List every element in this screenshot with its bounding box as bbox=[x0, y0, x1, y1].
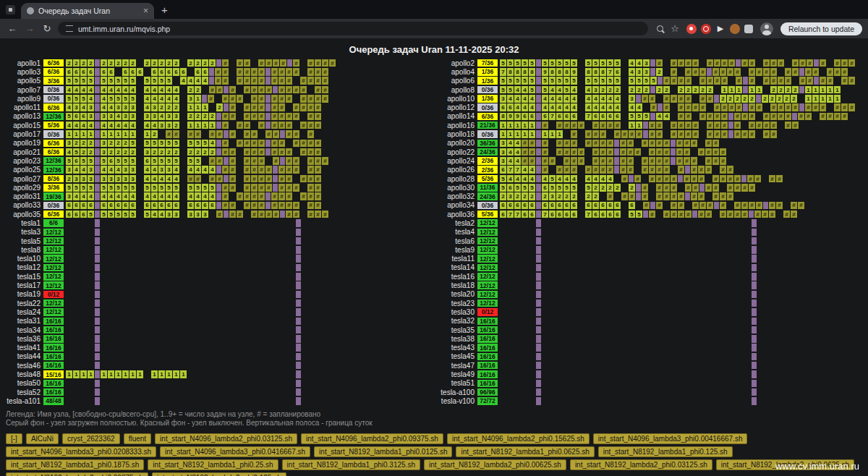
new-tab-button[interactable]: + bbox=[161, 4, 168, 16]
empty-slot bbox=[621, 103, 628, 111]
address-bar[interactable]: umt.imm.uran.ru/mqvis.php bbox=[58, 22, 648, 35]
empty-slot bbox=[195, 397, 201, 405]
extension-orange-icon[interactable] bbox=[730, 24, 740, 34]
empty-slot bbox=[289, 308, 295, 316]
job-button[interactable]: int_start_N4096_lambda2_phi0.09375.sh bbox=[301, 433, 443, 444]
planned-cell: # bbox=[692, 59, 699, 67]
empty-slot bbox=[202, 388, 208, 396]
empty-slot bbox=[202, 335, 208, 343]
jobs-count-cell: 6 bbox=[202, 68, 208, 76]
job-button[interactable]: int_start_N4096_lambda3_phi0.0208333.sh bbox=[6, 446, 156, 457]
node-load-badge: 12/12 bbox=[477, 237, 498, 245]
planned-cell: # bbox=[691, 192, 697, 200]
empty-slot bbox=[522, 388, 528, 396]
job-button[interactable]: int_start_N8192_lambda2_phi0.09375.sh bbox=[6, 472, 148, 476]
browser-tab[interactable]: Очередь задач Uran × bbox=[21, 3, 154, 19]
job-button[interactable]: cryst_2623362 bbox=[62, 433, 120, 444]
empty-slot bbox=[129, 219, 136, 227]
job-button[interactable]: int_start_N8192_lambda1_phi0.0625.sh bbox=[456, 446, 594, 457]
bookmark-star-icon[interactable]: ☆ bbox=[671, 24, 679, 33]
extensions-puzzle-icon[interactable] bbox=[744, 25, 753, 33]
empty-slot bbox=[643, 264, 650, 272]
jobs-count-cell: 3 bbox=[129, 113, 136, 121]
job-button[interactable]: int_start_N8192_lambda1_phi0.25.sh bbox=[148, 459, 278, 470]
day-boundary-cell bbox=[799, 86, 804, 94]
empty-slot bbox=[137, 344, 143, 352]
job-button[interactable]: int_start_N4096_lambda3_phi0.0416667.sh bbox=[160, 446, 310, 457]
empty-slot bbox=[507, 380, 514, 388]
extension-play-icon[interactable]: ▶ bbox=[715, 24, 726, 34]
search-icon[interactable] bbox=[657, 25, 663, 32]
tab-close-icon[interactable]: × bbox=[143, 6, 148, 16]
planned-cell: # bbox=[707, 59, 713, 67]
empty-slot bbox=[672, 362, 678, 370]
day-boundary-cell bbox=[296, 291, 301, 299]
node-load-badge: 5/36 bbox=[43, 122, 64, 129]
planned-cell: # bbox=[222, 68, 229, 76]
job-button[interactable]: int_start_N8192_lambda1_phi0.0125.sh bbox=[314, 446, 452, 457]
extension-record-icon[interactable] bbox=[686, 24, 697, 34]
empty-slot bbox=[730, 299, 736, 307]
jobs-count-cell: 4 bbox=[115, 113, 122, 121]
node-row: tesla4815/16111111111111111 bbox=[0, 370, 434, 378]
empty-slot bbox=[144, 353, 150, 361]
planned-cell: # bbox=[563, 166, 570, 174]
empty-slot bbox=[229, 122, 236, 129]
empty-slot bbox=[701, 299, 707, 307]
profile-avatar[interactable] bbox=[760, 22, 773, 35]
job-button[interactable]: int_start_N8192_lambda2_phi0.03125.sh bbox=[570, 459, 712, 470]
job-button[interactable]: int_start_N8192_lambda2_phi0.00625.sh bbox=[424, 459, 566, 470]
day-boundary-cell bbox=[636, 184, 641, 192]
job-button[interactable]: fluent bbox=[124, 433, 151, 444]
empty-slot bbox=[252, 344, 259, 352]
planned-cell: # bbox=[244, 122, 250, 129]
node-name: apollo35 bbox=[0, 211, 43, 218]
planned-cell: # bbox=[770, 113, 777, 121]
empty-slot bbox=[66, 229, 72, 237]
empty-slot bbox=[151, 299, 158, 307]
empty-slot bbox=[209, 211, 216, 218]
site-settings-icon[interactable] bbox=[66, 25, 73, 32]
empty-slot bbox=[563, 264, 570, 272]
job-button[interactable]: int_start_N4096_lambda2_phi0.03125.sh bbox=[155, 433, 297, 444]
job-button[interactable]: int_start_N8192_lambda2_phi0.125.sh bbox=[152, 472, 286, 476]
empty-slot bbox=[514, 397, 521, 405]
empty-slot bbox=[737, 291, 744, 299]
planned-cell: # bbox=[678, 192, 684, 200]
job-button[interactable]: int_start_N8192_lambda1_phi0.125.sh bbox=[598, 446, 733, 457]
empty-slot bbox=[607, 273, 613, 281]
jobs-count-cell: 2 bbox=[776, 95, 783, 103]
jobs-count-cell: 4 bbox=[151, 122, 158, 129]
back-icon[interactable]: ← bbox=[6, 23, 19, 34]
planned-cell: # bbox=[315, 77, 321, 85]
job-button[interactable]: int_start_N4096_lambda2_phi0.15625.sh bbox=[447, 433, 590, 444]
planned-cell: # bbox=[663, 77, 670, 85]
job-button[interactable]: [-] bbox=[6, 433, 22, 444]
day-boundary-cell bbox=[536, 130, 541, 138]
empty-slot bbox=[715, 380, 722, 388]
node-name: tesla50 bbox=[0, 379, 43, 387]
empty-slot bbox=[151, 344, 158, 352]
planned-cell: # bbox=[251, 211, 258, 218]
empty-slot bbox=[621, 273, 628, 281]
empty-slot bbox=[202, 237, 208, 245]
reload-icon[interactable]: ↻ bbox=[41, 23, 54, 34]
job-button[interactable]: AlCuNi bbox=[26, 433, 59, 444]
planned-cell: # bbox=[216, 211, 223, 218]
node-name: tesla46 bbox=[0, 362, 43, 370]
empty-slot bbox=[108, 255, 114, 263]
planned-cell: # bbox=[649, 95, 655, 103]
jobs-count-cell: 1 bbox=[187, 122, 194, 129]
job-button[interactable]: int_start_N8192_lambda1_phi0.1875.sh bbox=[6, 459, 144, 470]
forward-icon[interactable]: → bbox=[23, 23, 36, 34]
relaunch-button[interactable]: Relaunch to update bbox=[780, 22, 862, 35]
planned-cell: # bbox=[621, 192, 628, 200]
empty-slot bbox=[144, 255, 150, 263]
empty-slot bbox=[585, 122, 592, 129]
empty-slot bbox=[180, 237, 187, 245]
job-button[interactable]: int_start_N8192_lambda1_phi0.3125.sh bbox=[282, 459, 420, 470]
planned-cell: # bbox=[529, 157, 535, 165]
extension-red-icon[interactable] bbox=[701, 24, 711, 34]
job-button[interactable]: int_start_N4096_lambda3_phi0.00416667.sh bbox=[593, 433, 748, 444]
day-boundary-cell bbox=[752, 380, 757, 388]
